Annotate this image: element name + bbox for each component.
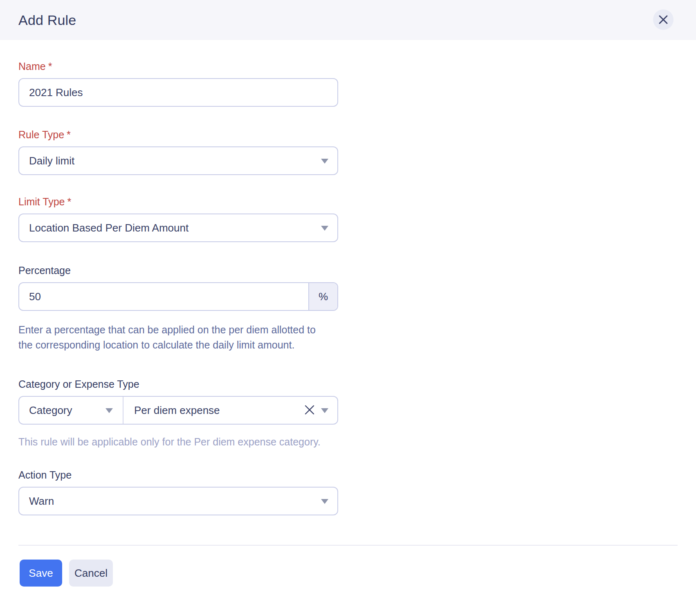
percentage-label: Percentage <box>18 264 678 277</box>
category-helper-text: This rule will be applicable only for th… <box>18 434 325 450</box>
footer-actions: Save Cancel <box>20 560 696 587</box>
required-asterisk: * <box>48 61 52 72</box>
chevron-down-icon <box>321 226 328 231</box>
name-label: Name* <box>18 60 678 72</box>
rule-type-label-text: Rule Type <box>18 129 64 140</box>
footer-divider <box>18 545 678 546</box>
chevron-down-icon <box>106 408 113 413</box>
modal-header: Add Rule <box>0 0 696 40</box>
expense-category-selected-value: Per diem expense <box>123 404 220 417</box>
chevron-down-icon <box>321 159 328 164</box>
rule-type-selected-value: Daily limit <box>19 155 74 167</box>
rule-type-select[interactable]: Daily limit <box>18 146 338 175</box>
page-title: Add Rule <box>18 12 76 28</box>
category-combo-field: Category Per diem expense <box>18 396 338 425</box>
add-rule-form: Name* Rule Type* Daily limit Limit Type*… <box>0 60 696 515</box>
required-asterisk: * <box>67 129 71 140</box>
expense-category-select[interactable]: Per diem expense <box>123 397 337 424</box>
percentage-input[interactable] <box>19 283 308 310</box>
clear-x-icon <box>304 405 315 416</box>
chevron-down-icon <box>321 499 328 504</box>
percent-suffix: % <box>308 283 337 310</box>
close-icon <box>658 14 669 25</box>
name-label-text: Name <box>18 61 46 72</box>
limit-type-select[interactable]: Location Based Per Diem Amount <box>18 214 338 242</box>
action-type-label: Action Type <box>18 469 678 481</box>
close-button[interactable] <box>653 9 674 30</box>
limit-type-selected-value: Location Based Per Diem Amount <box>19 222 189 234</box>
rule-type-label: Rule Type* <box>18 128 678 141</box>
limit-type-label: Limit Type* <box>18 196 678 208</box>
cancel-button[interactable]: Cancel <box>69 560 113 587</box>
clear-selection-button[interactable] <box>304 405 315 416</box>
name-input[interactable] <box>19 79 337 106</box>
category-type-select[interactable]: Category <box>19 397 123 424</box>
category-or-expense-type-label: Category or Expense Type <box>18 378 678 390</box>
save-button[interactable]: Save <box>20 560 62 587</box>
action-type-select[interactable]: Warn <box>18 487 338 515</box>
category-type-selected-value: Category <box>19 404 72 417</box>
required-asterisk: * <box>67 196 71 207</box>
percentage-field-wrapper: % <box>18 282 338 311</box>
chevron-down-icon <box>321 408 328 413</box>
limit-type-label-text: Limit Type <box>18 196 65 207</box>
action-type-selected-value: Warn <box>19 495 54 508</box>
percentage-helper-text: Enter a percentage that can be applied o… <box>18 322 325 353</box>
name-field-wrapper <box>18 78 338 107</box>
